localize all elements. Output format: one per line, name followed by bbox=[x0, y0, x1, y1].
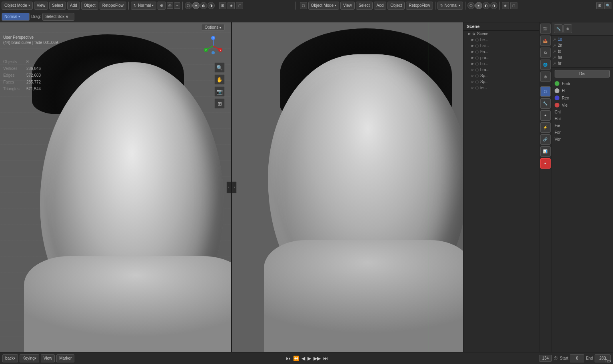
play-btn[interactable]: ▶ bbox=[307, 355, 312, 362]
start-frame-input[interactable]: 0 bbox=[570, 354, 584, 362]
view-menu[interactable]: View bbox=[34, 2, 48, 10]
layout-icon[interactable]: ⊞ bbox=[596, 2, 603, 9]
for-item[interactable]: For bbox=[551, 129, 613, 136]
right-render-icon[interactable]: ◑ bbox=[490, 2, 497, 9]
constraints-icon[interactable]: 🔗 bbox=[540, 134, 551, 145]
grid-tool[interactable]: ⊞ bbox=[214, 98, 225, 109]
overlay-toggle[interactable]: ◈ bbox=[228, 2, 235, 9]
tool-icons-row: 🔧 ⊕ bbox=[551, 22, 613, 36]
end-label: End bbox=[586, 356, 593, 360]
right-object-mode[interactable]: Object Mode ▾ bbox=[308, 2, 339, 10]
tool-icon-tools[interactable]: 🔧 bbox=[554, 24, 563, 33]
h-color-icon bbox=[555, 88, 559, 93]
right-transform-orientation[interactable]: ↻ Normal ▾ bbox=[437, 2, 463, 10]
chi-item[interactable]: Chi bbox=[551, 109, 613, 115]
right-retopoflow-menu[interactable]: RetopoFlow bbox=[406, 2, 433, 10]
object-mode-label: Object Mode bbox=[4, 3, 27, 8]
clothing-right bbox=[264, 240, 463, 352]
hand-tool[interactable]: ✋ bbox=[214, 74, 225, 85]
svg-text:Z: Z bbox=[212, 37, 214, 40]
world-properties-icon[interactable]: ◎ bbox=[540, 72, 551, 82]
right-solid-icon[interactable]: ● bbox=[475, 2, 482, 9]
right-xray-toggle[interactable]: ◻ bbox=[510, 2, 517, 9]
scene-item-be[interactable]: ▶ ⬡ be... bbox=[463, 37, 539, 43]
object-properties-icon[interactable]: ⬡ bbox=[540, 86, 551, 97]
retopoflow-menu-left[interactable]: RetopoFlow bbox=[100, 2, 126, 10]
right-mode-icon[interactable]: ⬡ bbox=[300, 2, 307, 9]
right-add-menu[interactable]: Add bbox=[374, 2, 387, 10]
select-box-dropdown[interactable]: Select Box ∨ bbox=[42, 13, 74, 21]
proportional-edit-icon[interactable]: ◎ bbox=[167, 2, 173, 9]
view-layer-icon[interactable]: ⧉ bbox=[540, 48, 551, 58]
fie-item[interactable]: Fie bbox=[551, 122, 613, 129]
ren-item[interactable]: Ren bbox=[551, 94, 613, 101]
scene-properties-icon[interactable]: 🌐 bbox=[540, 60, 551, 70]
right-object-menu[interactable]: Object bbox=[387, 2, 405, 10]
scene-item-fa[interactable]: ▶ ⬡ Fa... bbox=[463, 49, 539, 55]
right-overlay-toggle[interactable]: ◈ bbox=[502, 2, 509, 9]
keying-dropdown[interactable]: Keying ▾ bbox=[20, 354, 39, 362]
options-button[interactable]: Options ▾ bbox=[201, 24, 225, 31]
next-keyframe[interactable]: ▶▶ bbox=[313, 355, 321, 362]
search-tool[interactable]: 🔍 bbox=[214, 62, 225, 73]
modifier-properties-icon[interactable]: 🔧 bbox=[540, 98, 551, 109]
dis-button[interactable]: Dis bbox=[555, 70, 610, 78]
select-menu[interactable]: Select bbox=[49, 2, 66, 10]
wireframe-icon[interactable]: ⬡ bbox=[185, 2, 192, 9]
right-select-menu[interactable]: Select bbox=[356, 2, 373, 10]
xray-toggle[interactable]: ◻ bbox=[236, 2, 243, 9]
normal-mode-btn[interactable]: Normal ▾ bbox=[2, 13, 30, 21]
snap-icon[interactable]: ⊕ bbox=[158, 2, 166, 10]
proportional-type-icon[interactable]: ~ bbox=[174, 2, 180, 9]
viewport-collapse-right[interactable]: ‹ bbox=[226, 181, 231, 193]
properties-row-1: ↗ 1s ↗ 2n ↗ to ↗ ha ↗ hr bbox=[551, 36, 613, 68]
timeline-view-menu[interactable]: View bbox=[41, 354, 55, 362]
prev-keyframe[interactable]: ◀ bbox=[301, 355, 306, 362]
viewport-left[interactable]: User Perspective (44) braid curve | fade… bbox=[0, 22, 232, 352]
object-mode-dropdown[interactable]: Object Mode ▾ bbox=[2, 2, 33, 10]
scene-item-bo[interactable]: ▶ ⬡ bo... bbox=[463, 61, 539, 67]
marker-menu[interactable]: Marker bbox=[56, 354, 74, 362]
material-icon[interactable]: ◐ bbox=[200, 2, 207, 9]
jump-to-end[interactable]: ⏭ bbox=[322, 355, 329, 362]
gizmo-toggle[interactable]: ⊞ bbox=[219, 2, 226, 9]
object-menu[interactable]: Object bbox=[81, 2, 98, 10]
scene-item-hai[interactable]: ▶ ⬡ hai... bbox=[463, 43, 539, 49]
scene-item-sp2[interactable]: ▷ ⬡ Sp... bbox=[463, 79, 539, 85]
current-frame[interactable]: 134 bbox=[539, 355, 552, 362]
data-properties-icon[interactable]: 📊 bbox=[540, 146, 551, 157]
particles-properties-icon[interactable]: ✦ bbox=[540, 110, 551, 121]
tool-icon-snap[interactable]: ⊕ bbox=[563, 24, 572, 33]
transform-orientation[interactable]: ↻ Normal ▾ bbox=[131, 2, 156, 10]
emb-item[interactable]: Emb bbox=[551, 80, 613, 87]
right-view-menu[interactable]: View bbox=[340, 2, 355, 10]
viewport-collapse-left[interactable]: › bbox=[232, 181, 237, 193]
vie-item[interactable]: Vie bbox=[551, 101, 613, 109]
h-item[interactable]: H bbox=[551, 87, 613, 94]
drag-label: Drag: bbox=[31, 14, 41, 19]
scene-item-scene[interactable]: ▶ ⚙ Scene bbox=[463, 31, 539, 37]
camera-tool[interactable]: 📷 bbox=[214, 86, 225, 97]
right-wireframe-icon[interactable]: ⬡ bbox=[467, 2, 475, 9]
physics-properties-icon[interactable]: ⚡ bbox=[540, 122, 551, 133]
jump-to-start[interactable]: ⏮ bbox=[285, 355, 292, 362]
hai-item[interactable]: Hai bbox=[551, 115, 613, 122]
scene-item-pro[interactable]: ▶ ⬡ pro... bbox=[463, 55, 539, 61]
render-icon[interactable]: ◑ bbox=[208, 2, 215, 9]
scene-item-sp1[interactable]: ▷ ⬡ Sp... bbox=[463, 73, 539, 79]
right-material-icon[interactable]: ◐ bbox=[483, 2, 490, 9]
render-properties-icon[interactable]: 🎬 bbox=[540, 24, 551, 34]
solid-icon[interactable]: ● bbox=[192, 2, 200, 9]
viewport-right[interactable]: › bbox=[232, 22, 463, 352]
back-dropdown[interactable]: back ▾ bbox=[2, 354, 18, 362]
material-properties-icon[interactable]: ● bbox=[540, 158, 551, 169]
canvas-right[interactable] bbox=[232, 22, 463, 352]
scene-icon[interactable]: 🔍 bbox=[604, 2, 611, 9]
icon-separator bbox=[541, 84, 550, 84]
add-menu[interactable]: Add bbox=[67, 2, 80, 10]
scene-item-bra[interactable]: ▷ ⬡ bra... bbox=[463, 67, 539, 73]
output-properties-icon[interactable]: 📤 bbox=[540, 36, 551, 46]
prev-frame[interactable]: ⏪ bbox=[292, 355, 300, 362]
ver-item[interactable]: Ver bbox=[551, 136, 613, 143]
scene-item-te[interactable]: ▷ ⬡ te... bbox=[463, 85, 539, 91]
